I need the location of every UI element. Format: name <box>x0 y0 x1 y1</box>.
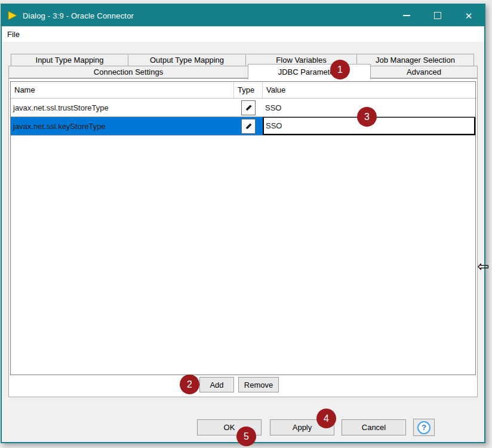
column-header-name[interactable]: Name <box>11 82 234 98</box>
window-title: Dialog - 3:9 - Oracle Connector <box>23 11 134 20</box>
cancel-button[interactable]: Cancel <box>342 419 406 435</box>
param-name-cell[interactable]: javax.net.ssl.trustStoreType <box>11 99 234 116</box>
annotation-badge-3: 3 <box>357 107 377 127</box>
minimize-button[interactable] <box>391 5 422 26</box>
param-name-cell[interactable]: javax.net.ssl.keyStoreType <box>11 117 234 135</box>
annotation-badge-5: 5 <box>236 426 256 446</box>
tab-jdbc-parameters[interactable]: JDBC Parameters <box>248 64 371 79</box>
dialog-window: Dialog - 3:9 - Oracle Connector ✕ File I… <box>1 4 485 443</box>
close-button[interactable]: ✕ <box>453 5 484 26</box>
table-header: Name Type Value <box>11 82 475 99</box>
close-icon: ✕ <box>465 11 473 20</box>
menu-file[interactable]: File <box>2 27 25 41</box>
remove-button[interactable]: Remove <box>238 377 279 392</box>
param-type-cell[interactable] <box>234 99 263 116</box>
cursor-arrow-icon: ⇦ <box>477 259 489 274</box>
add-button[interactable]: Add <box>199 377 234 392</box>
minimize-icon <box>403 15 410 16</box>
tab-connection-settings[interactable]: Connection Settings <box>8 66 248 78</box>
tab-output-type-mapping[interactable]: Output Type Mapping <box>128 54 246 66</box>
menu-bar: File <box>2 26 484 42</box>
param-type-cell[interactable] <box>234 117 263 135</box>
jdbc-parameters-panel: Name Type Value javax.net.ssl.trustStore… <box>8 78 478 397</box>
maximize-button[interactable] <box>422 5 453 26</box>
help-button[interactable]: ? <box>413 419 435 436</box>
annotation-badge-4: 4 <box>316 409 336 428</box>
tab-input-type-mapping[interactable]: Input Type Mapping <box>11 54 128 66</box>
edit-pencil-icon[interactable] <box>241 100 256 115</box>
parameters-table: Name Type Value javax.net.ssl.trustStore… <box>10 81 476 375</box>
table-row: javax.net.ssl.trustStoreType SSO <box>11 99 475 117</box>
tab-job-manager-selection[interactable]: Job Manager Selection <box>356 54 474 66</box>
help-icon: ? <box>417 421 430 434</box>
annotation-badge-1: 1 <box>330 60 350 79</box>
column-header-type[interactable]: Type <box>234 82 263 98</box>
table-row-selected: javax.net.ssl.keyStoreType SSO <box>11 117 475 136</box>
column-header-value[interactable]: Value <box>263 82 475 98</box>
tab-advanced[interactable]: Advanced <box>370 66 478 78</box>
annotation-badge-2: 2 <box>180 375 199 394</box>
maximize-icon <box>434 12 441 19</box>
title-bar: Dialog - 3:9 - Oracle Connector ✕ <box>2 5 484 26</box>
knime-triangle-icon <box>7 11 18 20</box>
edit-pencil-icon[interactable] <box>241 119 256 134</box>
